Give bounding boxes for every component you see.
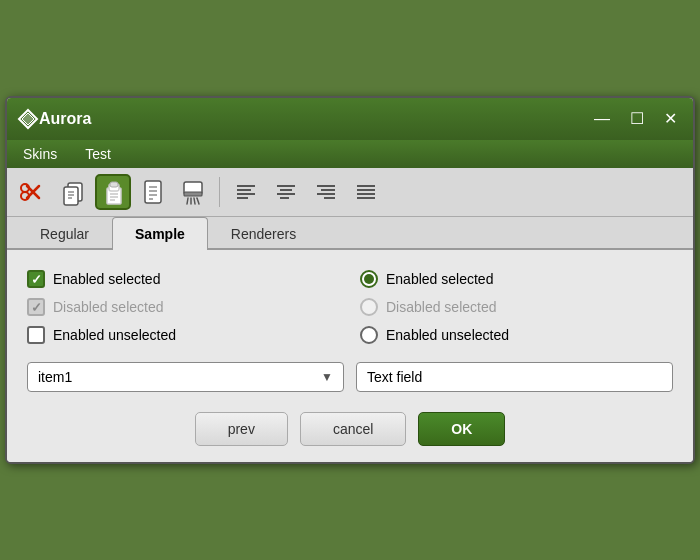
shredder-button[interactable] — [175, 174, 211, 210]
tab-sample[interactable]: Sample — [112, 217, 208, 250]
svg-line-24 — [187, 198, 188, 204]
svg-line-27 — [197, 198, 199, 204]
copy-button[interactable] — [55, 174, 91, 210]
align-center-button[interactable] — [268, 174, 304, 210]
svg-line-26 — [194, 198, 195, 204]
radio-enabled-unselected-label: Enabled unselected — [386, 327, 509, 343]
maximize-button[interactable]: ☐ — [624, 109, 650, 129]
prev-button[interactable]: prev — [195, 412, 288, 446]
svg-rect-17 — [145, 181, 161, 203]
radio-enabled-unselected[interactable] — [360, 326, 378, 344]
checkbox-enabled-selected-row: Enabled selected — [27, 270, 340, 288]
ok-button[interactable]: OK — [418, 412, 505, 446]
checkbox-disabled-selected-row: Disabled selected — [27, 298, 340, 316]
titlebar: Aurora — ☐ ✕ — [7, 98, 693, 140]
svg-rect-23 — [184, 192, 202, 196]
radio-disabled-selected — [360, 298, 378, 316]
align-left-button[interactable] — [228, 174, 264, 210]
dropdown-value: item1 — [38, 369, 72, 385]
paste-icon — [99, 178, 127, 206]
text-input[interactable] — [356, 362, 673, 392]
justify-button[interactable] — [348, 174, 384, 210]
doc-button[interactable] — [135, 174, 171, 210]
menubar: Skins Test — [7, 140, 693, 168]
checkbox-enabled-selected-label: Enabled selected — [53, 271, 160, 287]
content-area: Enabled selected Disabled selected Enabl… — [7, 250, 693, 462]
checkbox-enabled-selected[interactable] — [27, 270, 45, 288]
buttons-row: prev cancel OK — [27, 412, 673, 446]
radio-enabled-selected-label: Enabled selected — [386, 271, 493, 287]
justify-icon — [353, 179, 379, 205]
align-right-icon — [313, 179, 339, 205]
cut-button[interactable] — [15, 174, 51, 210]
toolbar-separator — [219, 177, 220, 207]
checkbox-enabled-unselected[interactable] — [27, 326, 45, 344]
tab-regular[interactable]: Regular — [17, 217, 112, 250]
toolbar — [7, 168, 693, 217]
menu-skins[interactable]: Skins — [17, 144, 63, 164]
radio-enabled-selected-row: Enabled selected — [360, 270, 673, 288]
tab-bar: Regular Sample Renderers — [7, 217, 693, 250]
paste-button[interactable] — [95, 174, 131, 210]
radio-enabled-selected[interactable] — [360, 270, 378, 288]
app-icon — [17, 108, 39, 130]
shredder-icon — [179, 178, 207, 206]
checkbox-enabled-unselected-label: Enabled unselected — [53, 327, 176, 343]
menu-test[interactable]: Test — [79, 144, 117, 164]
cancel-button[interactable]: cancel — [300, 412, 406, 446]
radio-disabled-selected-label: Disabled selected — [386, 299, 497, 315]
main-window: Aurora — ☐ ✕ Skins Test — [5, 96, 695, 464]
radio-column: Enabled selected Disabled selected Enabl… — [360, 270, 673, 344]
align-center-icon — [273, 179, 299, 205]
checkbox-disabled-selected-label: Disabled selected — [53, 299, 164, 315]
dropdown[interactable]: item1 ▼ — [27, 362, 344, 392]
controls-row: item1 ▼ — [27, 362, 673, 392]
tab-renderers[interactable]: Renderers — [208, 217, 319, 250]
checkbox-enabled-unselected-row: Enabled unselected — [27, 326, 340, 344]
radio-disabled-selected-row: Disabled selected — [360, 298, 673, 316]
align-right-button[interactable] — [308, 174, 344, 210]
options-grid: Enabled selected Disabled selected Enabl… — [27, 270, 673, 344]
radio-enabled-unselected-row: Enabled unselected — [360, 326, 673, 344]
copy-icon — [59, 178, 87, 206]
close-button[interactable]: ✕ — [658, 109, 683, 129]
svg-rect-13 — [110, 182, 118, 187]
align-left-icon — [233, 179, 259, 205]
titlebar-controls: — ☐ ✕ — [588, 109, 683, 129]
minimize-button[interactable]: — — [588, 109, 616, 129]
checkbox-column: Enabled selected Disabled selected Enabl… — [27, 270, 340, 344]
svg-rect-7 — [64, 187, 78, 205]
dropdown-arrow-icon: ▼ — [321, 370, 333, 384]
document-icon — [139, 178, 167, 206]
scissors-icon — [19, 178, 47, 206]
window-title: Aurora — [39, 110, 588, 128]
checkbox-disabled-selected — [27, 298, 45, 316]
